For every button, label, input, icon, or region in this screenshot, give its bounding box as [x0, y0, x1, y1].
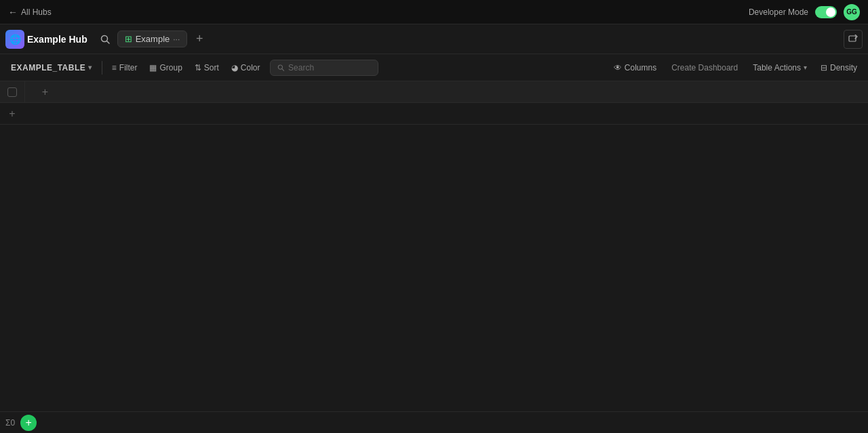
developer-mode-toggle[interactable]	[815, 6, 837, 18]
search-box-icon	[277, 64, 285, 72]
columns-button[interactable]: 👁 Columns	[608, 60, 662, 75]
add-column-button[interactable]: +	[24, 81, 65, 103]
sort-icon: ⇅	[195, 63, 201, 73]
developer-mode-label: Developer Mode	[749, 7, 808, 17]
add-row-button[interactable]: +	[0, 103, 24, 125]
group-label: Group	[159, 63, 182, 73]
svg-line-4	[282, 68, 284, 70]
color-button[interactable]: ◕ Color	[226, 60, 266, 75]
density-label: Density	[830, 63, 857, 73]
hub-header: 🌐 Example Hub ⊞ Example ··· +	[0, 24, 868, 54]
density-icon: ⊟	[821, 63, 827, 73]
top-nav: ← All Hubs Developer Mode GG	[0, 0, 868, 24]
group-button[interactable]: ▦ Group	[144, 60, 187, 75]
search-input[interactable]	[288, 63, 370, 73]
density-button[interactable]: ⊟ Density	[815, 60, 863, 75]
tab-label: Example	[136, 34, 170, 44]
table-actions-button[interactable]: Table Actions ▾	[747, 60, 812, 75]
search-icon	[100, 35, 110, 44]
columns-label: Columns	[625, 63, 656, 73]
table-icon: ⊞	[125, 34, 132, 44]
create-dashboard-button[interactable]: Create Dashboard	[665, 60, 745, 75]
hub-logo: 🌐	[5, 30, 24, 49]
filter-label: Filter	[119, 63, 138, 73]
main-content: + + Σ0 +	[0, 81, 868, 433]
bottom-bar: Σ0 +	[0, 411, 868, 433]
hub-name: Example Hub	[27, 34, 87, 45]
table-actions-chevron-icon: ▾	[804, 64, 807, 71]
group-icon: ▦	[149, 63, 157, 73]
top-nav-right: Developer Mode GG	[749, 4, 860, 20]
sigma-label: Σ0	[5, 418, 15, 428]
table-name-button[interactable]: EXAMPLE_TABLE ▾	[5, 60, 98, 75]
user-avatar[interactable]: GG	[844, 4, 860, 20]
filter-icon: ≡	[112, 63, 117, 73]
select-all-checkbox[interactable]	[7, 87, 17, 97]
search-hub-button[interactable]	[96, 30, 115, 49]
table-add-row: +	[0, 103, 868, 125]
tab-dots: ···	[173, 35, 180, 44]
share-icon	[848, 35, 858, 44]
toolbar-divider-1	[102, 61, 102, 75]
tab-example[interactable]: ⊞ Example ···	[117, 30, 188, 47]
svg-point-3	[278, 65, 282, 69]
sort-label: Sort	[204, 63, 219, 73]
color-label: Color	[241, 63, 260, 73]
toolbar: EXAMPLE_TABLE ▾ ≡ Filter ▦ Group ⇅ Sort …	[0, 54, 868, 81]
eye-icon: 👁	[614, 63, 622, 73]
add-tab-button[interactable]: +	[190, 30, 209, 49]
chevron-down-icon: ▾	[88, 64, 92, 71]
checkbox-cell-header	[0, 87, 24, 97]
back-label: All Hubs	[21, 7, 52, 17]
back-arrow-icon: ←	[8, 7, 18, 18]
svg-line-1	[106, 41, 109, 43]
color-icon: ◕	[231, 63, 238, 73]
search-box	[270, 60, 378, 76]
table-actions-label: Table Actions	[753, 63, 801, 73]
filter-button[interactable]: ≡ Filter	[106, 60, 143, 75]
table-header-row: +	[0, 81, 868, 103]
sort-button[interactable]: ⇅ Sort	[189, 60, 224, 75]
back-link[interactable]: ← All Hubs	[8, 7, 52, 18]
add-record-button[interactable]: +	[20, 415, 37, 431]
toolbar-right: 👁 Columns Create Dashboard Table Actions…	[608, 60, 863, 75]
table-name-label: EXAMPLE_TABLE	[11, 63, 85, 73]
share-button[interactable]	[844, 30, 863, 49]
